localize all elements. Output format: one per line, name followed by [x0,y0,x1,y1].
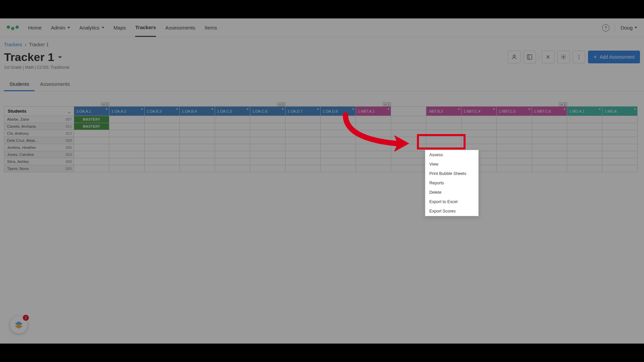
empty-cell[interactable] [321,144,356,151]
empty-cell[interactable] [532,144,567,151]
empty-cell[interactable] [567,158,602,165]
empty-cell[interactable] [426,130,462,137]
empty-cell[interactable] [602,137,638,144]
empty-cell[interactable] [109,116,145,123]
nav-assessments[interactable]: Assessments [165,19,195,36]
empty-cell[interactable] [250,151,285,158]
empty-cell[interactable] [109,123,145,130]
empty-cell[interactable] [532,137,567,144]
dropdown-item[interactable]: Export Scores [425,206,478,216]
empty-cell[interactable] [497,158,532,165]
empty-cell[interactable] [109,165,145,172]
empty-cell[interactable] [567,116,602,123]
empty-cell[interactable] [497,151,532,158]
empty-cell[interactable] [602,116,638,123]
empty-cell[interactable] [215,137,250,144]
dropdown-item[interactable]: Print Bubble Sheets [425,169,478,178]
student-row[interactable]: Tiponi, Nova005 [4,165,74,172]
standard-column-header[interactable]: 1.MD.A.1 [567,107,602,116]
empty-cell[interactable] [109,130,145,137]
dropdown-item[interactable]: Assess [425,150,478,160]
standard-column-header[interactable]: 1.NBT.C.5 [497,107,532,116]
empty-cell[interactable] [532,123,567,130]
empty-cell[interactable] [532,116,567,123]
empty-cell[interactable] [356,130,391,137]
mastery-cell[interactable]: MASTERY [74,123,109,130]
empty-cell[interactable] [145,165,180,172]
empty-cell[interactable] [462,116,497,123]
empty-cell[interactable] [391,123,426,130]
empty-cell[interactable] [391,165,426,172]
empty-cell[interactable] [145,116,180,123]
empty-cell[interactable] [250,123,285,130]
standard-column-header[interactable]: 1.OA.D.7 [285,107,321,116]
empty-cell[interactable] [602,130,638,137]
nav-items[interactable]: Items [205,19,217,36]
empty-cell[interactable] [356,158,391,165]
breadcrumb-parent[interactable]: Trackers [4,42,22,47]
empty-cell[interactable] [109,151,145,158]
empty-cell[interactable] [285,144,321,151]
empty-cell[interactable] [321,123,356,130]
empty-cell[interactable] [391,137,426,144]
empty-cell[interactable] [497,130,532,137]
student-view-button[interactable] [508,51,521,63]
empty-cell[interactable] [321,130,356,137]
empty-cell[interactable] [391,116,426,123]
tools-button[interactable] [542,51,554,63]
empty-cell[interactable] [180,165,215,172]
help-icon[interactable]: ? [602,24,609,32]
empty-cell[interactable] [567,151,602,158]
settings-button[interactable] [557,51,570,63]
mastery-cell[interactable]: MASTERY [74,116,109,123]
standard-column-header[interactable]: 1.OA.A.2 [109,107,145,116]
empty-cell[interactable] [391,130,426,137]
standard-column-header[interactable]: 1.MD.A [602,107,638,116]
empty-cell[interactable] [74,130,109,137]
empty-cell[interactable] [180,116,215,123]
empty-cell[interactable] [497,123,532,130]
student-row[interactable]: Jones, Caroline003 [4,151,74,158]
empty-cell[interactable] [215,130,250,137]
empty-cell[interactable] [180,137,215,144]
empty-cell[interactable] [109,137,145,144]
standard-column-header[interactable]: 1.OA.D.8 [321,107,356,116]
empty-cell[interactable] [145,137,180,144]
dropdown-item[interactable]: Delete [425,188,478,197]
empty-cell[interactable] [356,116,391,123]
empty-cell[interactable] [321,116,356,123]
standard-column-header[interactable]: 1.OA.B.4 [180,107,215,116]
standard-column-header[interactable]: 1.OA.C.6 [250,107,285,116]
empty-cell[interactable] [321,158,356,165]
empty-cell[interactable] [532,151,567,158]
empty-cell[interactable] [462,130,497,137]
empty-cell[interactable] [145,158,180,165]
empty-cell[interactable] [74,158,109,165]
student-row[interactable]: Silva, Ashley008 [4,158,74,165]
empty-cell[interactable] [285,165,321,172]
user-menu[interactable]: Doug [621,19,637,36]
more-button[interactable] [573,51,585,63]
empty-cell[interactable] [145,130,180,137]
empty-cell[interactable] [602,123,638,130]
students-column-header[interactable]: Students⌄ [4,107,74,116]
sidebar-toggle-button[interactable] [523,51,536,63]
empty-cell[interactable] [74,165,109,172]
empty-cell[interactable] [356,137,391,144]
student-row[interactable]: Jenkins, Heather006 [4,144,74,151]
empty-cell[interactable] [497,165,532,172]
empty-cell[interactable] [250,137,285,144]
nav-analytics[interactable]: Analytics [79,19,104,36]
standard-column-header[interactable]: 1.NBT.A.1 [356,107,391,116]
help-widget[interactable]: 2 [10,316,28,334]
empty-cell[interactable] [602,158,638,165]
student-row[interactable]: Canete, Archana011 [4,123,74,130]
empty-cell[interactable] [215,144,250,151]
empty-cell[interactable] [567,165,602,172]
empty-cell[interactable] [356,144,391,151]
empty-cell[interactable] [250,165,285,172]
empty-cell[interactable] [285,151,321,158]
standard-column-header[interactable]: 1.OA.B.3 [145,107,180,116]
empty-cell[interactable] [356,151,391,158]
page-title[interactable]: Tracker 1 [4,51,69,64]
